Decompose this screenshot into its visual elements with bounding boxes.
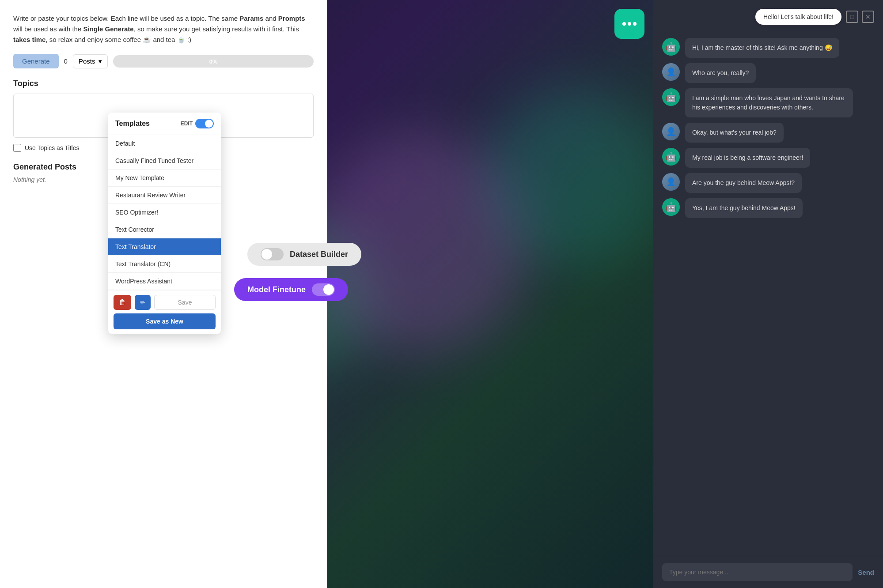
user-avatar-6: 👤 [662, 173, 680, 191]
message-bubble-2: Who are you, really? [685, 63, 756, 83]
user-avatar-img-4: 👤 [662, 123, 680, 140]
close-button[interactable]: ✕ [862, 11, 874, 23]
chevron-down-icon: ▾ [99, 57, 102, 65]
ai-avatar-3: 🤖 [662, 88, 680, 106]
message-row-1: 🤖 Hi, I am the master of this site! Ask … [662, 38, 874, 58]
delete-template-button[interactable]: 🗑 [114, 295, 131, 310]
template-item-text-translator[interactable]: Text Translator [108, 238, 221, 256]
posts-count: 0 [64, 57, 68, 65]
send-button[interactable]: Send [858, 569, 874, 576]
message-bubble-3: I am a simple man who loves Japan and wa… [685, 88, 853, 117]
chat-panel: Hello! Let's talk about life! □ ✕ 🤖 Hi, … [653, 0, 883, 588]
bg-patch-teal [486, 88, 663, 265]
message-bubble-1: Hi, I am the master of this site! Ask me… [685, 38, 839, 58]
chat-header: Hello! Let's talk about life! □ ✕ [653, 0, 883, 34]
message-row-6: 👤 Are you the guy behind Meow Apps!? [662, 173, 874, 193]
dataset-builder-label: Dataset Builder [290, 250, 348, 259]
topics-title: Topics [13, 79, 314, 88]
dataset-toggle-knob [261, 249, 272, 260]
message-bubble-6: Are you the guy behind Meow Apps!? [685, 173, 802, 193]
progress-label: 0% [209, 58, 218, 64]
use-topics-checkbox[interactable] [13, 144, 21, 152]
save-as-new-button[interactable]: Save as New [114, 313, 216, 329]
template-item-seo-optimizer[interactable]: SEO Optimizer! [108, 204, 221, 221]
model-finetune-card[interactable]: Model Finetune [234, 278, 348, 301]
chat-messages: 🤖 Hi, I am the master of this site! Ask … [653, 34, 883, 556]
template-item-my-new-template[interactable]: My New Template [108, 170, 221, 187]
templates-title: Templates [115, 120, 150, 128]
templates-header: Templates EDIT [108, 113, 221, 135]
model-finetune-toggle[interactable] [312, 283, 335, 296]
minimize-button[interactable]: □ [846, 11, 858, 23]
user-avatar-4: 👤 [662, 123, 680, 140]
chat-dot-2 [628, 22, 631, 26]
template-item-text-translator-cn[interactable]: Text Translator (CN) [108, 256, 221, 273]
user-avatar-2: 👤 [662, 63, 680, 81]
intro-text: Write or paste your topics below. Each l… [13, 13, 314, 45]
template-item-text-corrector[interactable]: Text Corrector [108, 221, 221, 238]
template-item-wordpress-assistant[interactable]: WordPress Assistant [108, 273, 221, 290]
model-toggle-knob [323, 284, 334, 295]
ai-avatar-5: 🤖 [662, 148, 680, 166]
template-list: Default Casually Fined Tuned Tester My N… [108, 135, 221, 290]
posts-label: Posts [79, 57, 95, 65]
message-row-4: 👤 Okay, but what's your real job? [662, 123, 874, 143]
window-controls: □ ✕ [846, 11, 874, 23]
chat-dots [622, 22, 637, 26]
message-bubble-7: Yes, I am the guy behind Meow Apps! [685, 198, 803, 218]
message-row-7: 🤖 Yes, I am the guy behind Meow Apps! [662, 198, 874, 218]
progress-bar: 0% [113, 55, 314, 68]
template-item-default[interactable]: Default [108, 135, 221, 152]
message-row-3: 🤖 I am a simple man who loves Japan and … [662, 88, 874, 117]
chat-dot-1 [622, 22, 626, 26]
dataset-builder-card[interactable]: Dataset Builder [247, 243, 361, 266]
save-template-button[interactable]: Save [154, 295, 216, 310]
toolbar: Generate 0 Posts ▾ 0% [13, 54, 314, 68]
footer-actions-row: 🗑 ✏ Save [114, 295, 216, 310]
chat-greeting: Hello! Let's talk about life! [755, 9, 841, 25]
message-row-5: 🤖 My real job is being a software engine… [662, 148, 874, 168]
user-avatar-img-2: 👤 [662, 63, 680, 81]
chat-icon-bubble [614, 9, 644, 39]
chat-dot-3 [633, 22, 637, 26]
edit-template-button[interactable]: ✏ [135, 295, 151, 310]
ai-avatar-1: 🤖 [662, 38, 680, 56]
ai-avatar-7: 🤖 [662, 198, 680, 216]
templates-panel: Templates EDIT Default Casually Fined Tu… [108, 113, 221, 334]
generate-button[interactable]: Generate [13, 54, 59, 68]
edit-toggle-row: EDIT [181, 119, 214, 128]
message-row-2: 👤 Who are you, really? [662, 63, 874, 83]
message-bubble-5: My real job is being a software engineer… [685, 148, 810, 168]
chat-input-area: Send [653, 556, 883, 588]
user-avatar-img-6: 👤 [662, 173, 680, 191]
edit-label: EDIT [181, 121, 193, 127]
dataset-builder-toggle[interactable] [261, 248, 284, 260]
templates-footer: 🗑 ✏ Save Save as New [108, 290, 221, 334]
edit-toggle-switch[interactable] [195, 119, 214, 128]
template-item-casually-fined-tuned-tester[interactable]: Casually Fined Tuned Tester [108, 152, 221, 170]
chat-input[interactable] [662, 563, 853, 581]
checkbox-label: Use Topics as Titles [25, 144, 79, 151]
template-item-restaurant-review-writer[interactable]: Restaurant Review Writer [108, 187, 221, 204]
toggle-knob [205, 120, 213, 128]
message-bubble-4: Okay, but what's your real job? [685, 123, 784, 143]
posts-dropdown[interactable]: Posts ▾ [73, 54, 108, 68]
model-finetune-label: Model Finetune [247, 285, 306, 294]
